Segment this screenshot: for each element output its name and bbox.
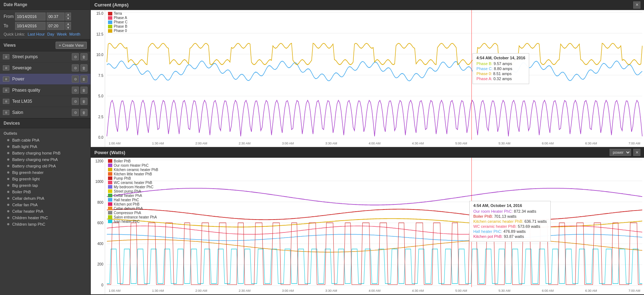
current-chart-area[interactable]: TerraPhase APhase CPhase BPhase 0 4:54 A… <box>105 10 644 147</box>
x-axis-label: 7:00 AM <box>629 289 640 292</box>
to-label: To <box>4 23 15 28</box>
device-dot <box>7 217 9 219</box>
to-time-input[interactable] <box>47 22 65 30</box>
device-dot <box>7 146 9 148</box>
view-item-test-lm35[interactable]: 🖥 Test LM35 ⚙ 🗑 <box>0 96 90 107</box>
y-axis-label: 0.0 <box>92 135 103 139</box>
current-x-axis: 1:00 AM1:30 AM2:00 AM2:30 AM3:00 AM3:30 … <box>105 140 644 147</box>
view-delete-btn[interactable]: 🗑 <box>80 64 88 72</box>
current-chart-close[interactable]: ✕ <box>633 1 640 9</box>
legend-color-swatch <box>108 220 112 223</box>
legend-color-swatch <box>108 20 112 24</box>
power-chart-close[interactable]: ✕ <box>633 149 640 156</box>
device-item[interactable]: Battery charging old PhA <box>0 163 90 169</box>
quick-link-day[interactable]: Day <box>47 32 55 36</box>
device-item[interactable]: Cellar dehum PhA <box>0 195 90 202</box>
device-item[interactable]: Cellar heater PhA <box>0 208 90 215</box>
device-item[interactable]: Cellar fan PhA <box>0 202 90 208</box>
view-icon: 🖥 <box>3 110 9 115</box>
device-item[interactable]: Bath light PhA <box>0 143 90 150</box>
to-time-down[interactable]: ▼ <box>65 26 71 30</box>
legend-color-swatch <box>108 168 112 171</box>
current-y-axis: 15.012.510.07.55.02.50.0 <box>91 10 105 147</box>
view-icon: 🖥 <box>3 99 9 104</box>
device-item[interactable]: Battery charging new PhA <box>0 156 90 163</box>
legend-item: Terra <box>108 11 127 15</box>
view-settings-btn[interactable]: ⚙ <box>72 87 79 94</box>
from-time-input[interactable] <box>47 13 65 20</box>
device-item[interactable]: Boiler PhB <box>0 189 90 195</box>
legend-label: Compressor PhA <box>114 211 141 215</box>
quick-link-month[interactable]: Month <box>69 32 80 36</box>
from-time-down[interactable]: ▼ <box>65 17 71 20</box>
device-dot <box>7 158 9 161</box>
device-group-outlets: OutletsBath cable PhABath light PhABatte… <box>0 128 90 229</box>
x-axis-label: 6:00 AM <box>542 142 554 145</box>
quick-link-last-hour[interactable]: Last Hour <box>28 32 45 36</box>
view-actions: ⚙ 🗑 <box>72 64 88 72</box>
view-item-sewerage[interactable]: 🖥 Sewerage ⚙ 🗑 <box>0 63 90 74</box>
view-delete-btn[interactable]: 🗑 <box>80 87 88 94</box>
x-axis-label: 2:30 AM <box>239 142 250 145</box>
legend-item: Cellar heater PhA <box>108 194 158 198</box>
view-item-street-pumps[interactable]: 🖥 Street pumps ⚙ 🗑 <box>0 51 90 63</box>
legend-label: Kitchen ceramic heater PhB <box>114 168 158 172</box>
current-legend: TerraPhase APhase CPhase BPhase 0 <box>108 11 127 33</box>
outlet-group-header: Outlets <box>0 130 90 137</box>
y-axis-label: 5.0 <box>92 94 103 98</box>
device-item[interactable]: Children lamp PhC <box>0 221 90 227</box>
device-item[interactable]: Children heater PhC <box>0 215 90 221</box>
y-axis-label: 2.5 <box>92 115 103 119</box>
view-settings-btn[interactable]: ⚙ <box>72 75 79 83</box>
from-date-input[interactable] <box>15 13 46 20</box>
x-axis-label: 5:00 AM <box>455 289 467 292</box>
power-chart-select[interactable]: power <box>610 149 631 156</box>
legend-color-swatch <box>108 194 112 197</box>
to-time-up[interactable]: ▲ <box>65 22 71 26</box>
view-delete-btn[interactable]: 🗑 <box>80 75 88 83</box>
view-settings-btn[interactable]: ⚙ <box>72 53 79 60</box>
quick-link-week[interactable]: Week <box>57 32 67 36</box>
y-axis-label: 800 <box>92 200 103 204</box>
view-settings-btn[interactable]: ⚙ <box>72 98 79 105</box>
y-axis-label: 600 <box>92 221 103 225</box>
power-chart-area[interactable]: Boiler PhBOur room Heater PhCKitchen cer… <box>105 158 644 295</box>
view-icon: 🖥 <box>3 88 9 93</box>
legend-color-swatch <box>108 29 112 33</box>
to-date-input[interactable] <box>15 22 46 30</box>
device-item[interactable]: Big greenh light <box>0 176 90 182</box>
x-axis-label: 2:00 AM <box>195 142 207 145</box>
view-item-salon[interactable]: 🖥 Salon ⚙ 🗑 <box>0 107 90 118</box>
device-label: Battery charging new PhA <box>12 157 58 162</box>
device-label: Big greenh tap <box>12 183 38 188</box>
device-item[interactable]: Big greenh heater <box>0 169 90 176</box>
legend-color-swatch <box>108 181 112 184</box>
y-axis-label: 200 <box>92 262 103 266</box>
view-name: Salon <box>12 110 72 115</box>
from-time-up[interactable]: ▲ <box>65 13 71 17</box>
x-axis-label: 5:30 AM <box>499 289 511 292</box>
device-item[interactable]: Battery charging home PhB <box>0 150 90 156</box>
device-item[interactable]: Big greenh tap <box>0 182 90 189</box>
create-view-button[interactable]: + Create View <box>56 42 87 49</box>
view-delete-btn[interactable]: 🗑 <box>80 98 88 105</box>
view-settings-btn[interactable]: ⚙ <box>72 64 79 72</box>
views-header: Views + Create View <box>0 40 90 51</box>
y-axis-label: 1000 <box>92 180 103 184</box>
view-actions: ⚙ 🗑 <box>72 98 88 105</box>
power-chart-title: Power (Watts) <box>94 150 125 155</box>
view-item-power[interactable]: 🖥 Power ⚙ 🗑 <box>0 74 90 85</box>
power-chart-body: 120010008006004002000 Boiler PhBOur room… <box>91 158 644 295</box>
view-item-phases-quality[interactable]: 🖥 Phases quality ⚙ 🗑 <box>0 85 90 96</box>
legend-item: Our room Heater PhC <box>108 163 158 167</box>
legend-item: Compressor PhA <box>108 211 158 215</box>
device-item[interactable]: Bath cable PhA <box>0 137 90 143</box>
view-settings-btn[interactable]: ⚙ <box>72 109 79 116</box>
x-axis-label: 5:30 AM <box>499 142 511 145</box>
x-axis-label: 7:00 AM <box>629 142 640 145</box>
view-delete-btn[interactable]: 🗑 <box>80 109 88 116</box>
x-axis-label: 3:30 AM <box>325 289 337 292</box>
legend-label: Phase C <box>114 20 127 24</box>
view-delete-btn[interactable]: 🗑 <box>80 53 88 60</box>
view-icon: 🖥 <box>3 65 9 70</box>
